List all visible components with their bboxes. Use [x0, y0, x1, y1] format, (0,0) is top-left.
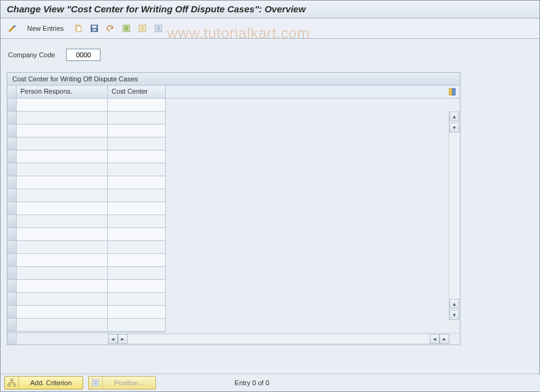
cell-person[interactable]	[17, 254, 108, 267]
cell-person[interactable]	[17, 137, 108, 150]
cell-person[interactable]	[17, 125, 108, 137]
table-settings-icon[interactable]	[448, 87, 457, 97]
cell-person[interactable]	[17, 228, 108, 241]
cell-cost-center[interactable]	[108, 125, 166, 137]
cell-cost-center[interactable]	[108, 99, 166, 112]
scroll-down2-icon[interactable]: ▲	[449, 299, 459, 309]
table-row[interactable]	[7, 293, 166, 306]
table-row[interactable]	[7, 306, 166, 319]
table-row[interactable]	[7, 202, 166, 215]
scroll-down-icon[interactable]: ▼	[449, 310, 459, 320]
deselect-all-icon[interactable]	[136, 22, 149, 35]
vertical-scrollbar[interactable]: ▲ ▼ ▲ ▼	[449, 111, 459, 321]
column-header-person[interactable]: Person Respons.	[17, 86, 108, 98]
row-selector[interactable]	[7, 306, 17, 319]
row-selector[interactable]	[7, 202, 17, 215]
cell-cost-center[interactable]	[108, 202, 166, 215]
row-selector[interactable]	[7, 189, 17, 202]
row-selector[interactable]	[7, 137, 17, 150]
cell-cost-center[interactable]	[108, 280, 166, 293]
undo-icon[interactable]	[104, 22, 117, 35]
cell-cost-center[interactable]	[108, 254, 166, 267]
table-row[interactable]	[7, 319, 166, 332]
table-row[interactable]	[7, 267, 166, 280]
table-row[interactable]	[7, 137, 166, 150]
cell-person[interactable]	[17, 99, 108, 112]
table-row[interactable]	[7, 112, 166, 125]
column-header-cost-center[interactable]: Cost Center	[108, 86, 166, 98]
scroll-left-inner-icon[interactable]: ◄	[430, 334, 440, 344]
row-selector[interactable]	[7, 125, 17, 137]
cell-cost-center[interactable]	[108, 189, 166, 202]
cell-person[interactable]	[17, 215, 108, 228]
scroll-up-icon[interactable]: ▲	[449, 112, 459, 121]
row-selector[interactable]	[7, 293, 17, 306]
row-selector[interactable]	[7, 176, 17, 189]
cell-person[interactable]	[17, 112, 108, 125]
cell-person[interactable]	[17, 150, 108, 163]
cell-person[interactable]	[17, 241, 108, 254]
row-selector[interactable]	[7, 112, 17, 125]
cell-cost-center[interactable]	[108, 176, 166, 189]
delimit-icon[interactable]	[152, 22, 165, 35]
table-row[interactable]	[7, 189, 166, 202]
cell-cost-center[interactable]	[108, 215, 166, 228]
position-button[interactable]: Position...	[88, 376, 155, 390]
hscroll-track[interactable]	[128, 334, 430, 344]
copy-icon[interactable]	[72, 22, 85, 35]
row-selector[interactable]	[7, 215, 17, 228]
table-row[interactable]	[7, 176, 166, 189]
vscroll-track[interactable]	[450, 133, 459, 298]
cell-person[interactable]	[17, 267, 108, 280]
row-selector[interactable]	[7, 254, 17, 267]
row-selector[interactable]	[7, 319, 17, 332]
add-criterion-button[interactable]: Add. Criterion	[4, 376, 83, 390]
select-all-column-header[interactable]	[7, 86, 17, 98]
row-selector[interactable]	[7, 267, 17, 280]
cell-person[interactable]	[17, 163, 108, 176]
table-row[interactable]	[7, 125, 166, 137]
cell-cost-center[interactable]	[108, 306, 166, 319]
cell-cost-center[interactable]	[108, 267, 166, 280]
table-row[interactable]	[7, 163, 166, 176]
row-selector[interactable]	[7, 150, 17, 163]
row-selector[interactable]	[7, 99, 17, 112]
row-selector[interactable]	[7, 163, 17, 176]
position-icon	[89, 377, 103, 389]
scroll-up2-icon[interactable]: ▼	[449, 123, 459, 133]
cell-person[interactable]	[17, 189, 108, 202]
cell-cost-center[interactable]	[108, 150, 166, 163]
cell-cost-center[interactable]	[108, 228, 166, 241]
scroll-right-icon[interactable]: ►	[440, 334, 449, 344]
cell-cost-center[interactable]	[108, 293, 166, 306]
row-selector[interactable]	[7, 241, 17, 254]
cell-person[interactable]	[17, 176, 108, 189]
table-row[interactable]	[7, 215, 166, 228]
table-row[interactable]	[7, 254, 166, 267]
table-row[interactable]	[7, 241, 166, 254]
new-entries-button[interactable]: New Entries	[22, 23, 69, 34]
cell-cost-center[interactable]	[108, 112, 166, 125]
table-row[interactable]	[7, 99, 166, 112]
save-icon[interactable]	[88, 22, 101, 35]
company-code-input[interactable]	[66, 49, 100, 61]
cell-person[interactable]	[17, 202, 108, 215]
toggle-edit-icon[interactable]	[6, 22, 19, 35]
cell-cost-center[interactable]	[108, 163, 166, 176]
cell-cost-center[interactable]	[108, 241, 166, 254]
cell-cost-center[interactable]	[108, 319, 166, 332]
table-row[interactable]	[7, 150, 166, 163]
table-row[interactable]	[7, 280, 166, 293]
table-row[interactable]	[7, 228, 166, 241]
cell-person[interactable]	[17, 306, 108, 319]
scroll-right-inner-icon[interactable]: ►	[118, 334, 128, 344]
cell-person[interactable]	[17, 293, 108, 306]
scroll-left-icon[interactable]: ◄	[108, 334, 118, 344]
cell-cost-center[interactable]	[108, 137, 166, 150]
row-selector[interactable]	[7, 280, 17, 293]
select-all-icon[interactable]	[120, 22, 133, 35]
company-code-label: Company Code	[8, 51, 55, 59]
cell-person[interactable]	[17, 280, 108, 293]
cell-person[interactable]	[17, 319, 108, 332]
row-selector[interactable]	[7, 228, 17, 241]
